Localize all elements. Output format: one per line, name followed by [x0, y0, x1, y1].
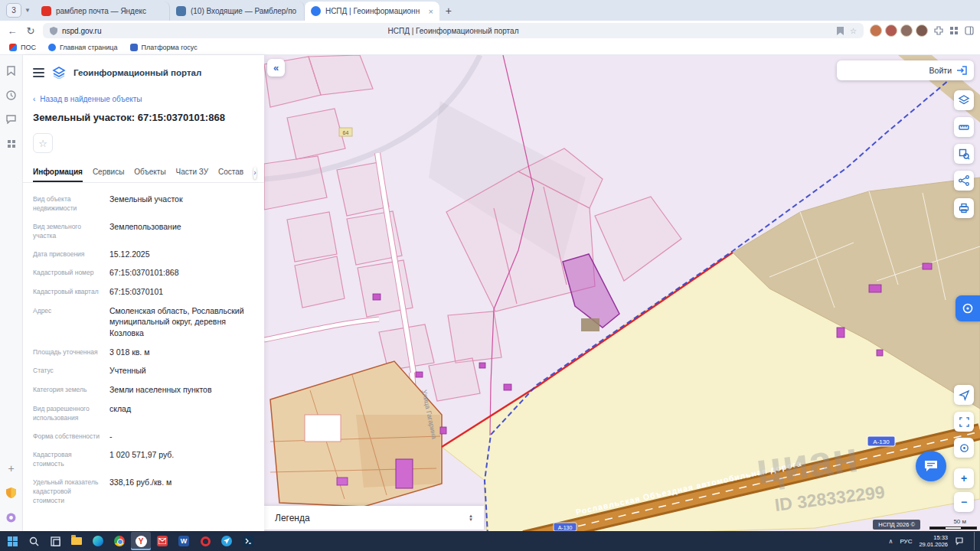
new-tab-button[interactable]: + [439, 2, 458, 20]
protect-shield-icon[interactable] [5, 487, 18, 499]
start-button[interactable] [2, 532, 22, 550]
field-label: Статус [33, 365, 102, 377]
tray-expand-icon[interactable]: ∧ [889, 538, 893, 545]
bookmark-flag-icon[interactable] [837, 27, 844, 35]
tabs-scroll-right-icon[interactable]: › [253, 167, 256, 179]
taskbar-clock[interactable]: 15:33 29.01.2026 [919, 534, 948, 549]
bookmark-home[interactable]: Главная страница [48, 44, 118, 51]
tab-services[interactable]: Сервисы [93, 163, 124, 182]
tab-list-chevron-icon[interactable]: ▼ [24, 7, 31, 14]
opera-browser-button[interactable] [195, 532, 215, 550]
building-magenta-large [396, 459, 413, 488]
sidebar-messenger-icon[interactable] [5, 113, 18, 126]
sidebar-toggle-icon[interactable] [965, 26, 974, 35]
word-app-button[interactable]: W [174, 532, 194, 550]
legend-expand-icon[interactable]: ▲ ▼ [469, 514, 473, 521]
back-to-results-link[interactable]: ‹ Назад в найденные объекты [23, 83, 264, 103]
sidebar-add-icon[interactable]: + [8, 462, 14, 474]
yandex-browser-icon: Y [136, 536, 147, 547]
avatar[interactable] [885, 24, 897, 37]
nspd-logo-icon [52, 67, 66, 79]
zoom-in-button[interactable]: + [954, 468, 974, 488]
locate-tool-button[interactable] [954, 385, 974, 405]
notification-center-icon[interactable] [955, 536, 964, 546]
legend-bar[interactable]: Легенда ▲ ▼ [264, 506, 484, 530]
field-value: Земли населенных пунктов [109, 384, 212, 396]
support-widget-tab[interactable] [956, 295, 980, 321]
browser-tab-active[interactable]: НСПД | Геоинформационн × [305, 2, 439, 21]
field-row: Форма собственности- [33, 431, 254, 442]
bookmarks-bar: ПОС Главная страница Платформа госус [0, 41, 980, 55]
sidebar-history-icon[interactable] [5, 89, 18, 101]
field-row: АдресСмоленская область, Рославльский му… [33, 305, 254, 339]
print-tool-button[interactable] [954, 198, 974, 218]
field-value: склад [109, 403, 131, 423]
portal-title: Геоинформационный портал [74, 68, 201, 77]
ruler-tool-button[interactable] [954, 117, 974, 137]
chrome-browser-button[interactable] [109, 532, 129, 550]
zoom-out-button[interactable]: − [954, 492, 974, 512]
bookmark-pos[interactable]: ПОС [9, 44, 36, 51]
field-row: Кадастровый номер67:15:0370101:868 [33, 267, 254, 279]
extensions-puzzle-icon[interactable] [934, 26, 943, 35]
collections-icon[interactable] [949, 26, 959, 35]
field-row: Вид земельного участкаЗемлепользование [33, 221, 254, 241]
bookmark-label: ПОС [21, 44, 36, 51]
chat-button[interactable] [916, 451, 946, 481]
bookmark-gosuslugi[interactable]: Платформа госус [130, 44, 198, 51]
layers-tool-button[interactable] [954, 90, 974, 110]
telegram-app-button[interactable] [217, 532, 237, 550]
parcel-title: Земельный участок: 67:15:0370101:868 [23, 103, 264, 123]
map-canvas[interactable]: Рославльская Объездная автомобильная дор… [264, 55, 980, 531]
language-indicator[interactable]: РУС [900, 538, 912, 545]
reload-icon[interactable]: ↻ [24, 25, 37, 37]
field-label: Адрес [33, 305, 102, 339]
field-value: Смоленская область, Рославльский муницип… [109, 305, 254, 339]
sidebar-services-icon[interactable] [5, 138, 18, 150]
favorite-button[interactable]: ☆ [33, 133, 53, 153]
terminal-icon [243, 536, 253, 546]
field-label: Форма собственности [33, 431, 102, 442]
file-explorer-button[interactable] [67, 532, 87, 550]
tab-parcel-parts[interactable]: Части ЗУ [176, 163, 208, 182]
svg-text:А-130: А-130 [558, 525, 573, 530]
back-chevron-icon: ‹ [33, 95, 35, 103]
map-attribution: НСПД 2026 © [873, 520, 920, 530]
sidebar-alice-icon[interactable] [5, 511, 18, 523]
tab-composition[interactable]: Состав [218, 163, 243, 182]
mail-app-button[interactable] [152, 532, 172, 550]
field-value: 1 020 571,97 руб. [109, 449, 174, 469]
tab-objects[interactable]: Объекты [134, 163, 165, 182]
browser-tab-2[interactable]: (10) Входящие — Рамблер/по [170, 2, 305, 21]
yandex-browser-button[interactable]: Y [131, 532, 151, 550]
favorite-star-icon[interactable]: ☆ [850, 27, 857, 35]
avatar[interactable] [870, 24, 882, 37]
avatar[interactable] [900, 24, 913, 37]
tab-information[interactable]: Информация [33, 163, 83, 182]
menu-hamburger-icon[interactable] [33, 68, 44, 77]
extent-tool-button[interactable] [954, 412, 974, 432]
terminal-app-button[interactable] [238, 532, 258, 550]
sidebar-bookmarks-icon[interactable] [5, 64, 18, 77]
edge-browser-button[interactable] [88, 532, 108, 550]
url-omnibox[interactable]: nspd.gov.ru НСПД | Геоинформационный пор… [43, 23, 864, 38]
login-bar[interactable]: Войти [837, 60, 974, 80]
map-viewport[interactable]: Рославльская Объездная автомобильная дор… [264, 55, 980, 531]
tab-label: (10) Входящие — Рамблер/по [191, 7, 298, 15]
field-label: Дата присвоения [33, 249, 102, 260]
show-desktop-button[interactable] [974, 532, 976, 550]
taskbar-search-button[interactable] [24, 532, 44, 550]
browser-tab-1[interactable]: рамблер почта — Яндекс [35, 2, 170, 21]
share-tool-button[interactable] [954, 171, 974, 191]
task-view-button[interactable] [45, 532, 65, 550]
share-icon [958, 174, 970, 187]
back-icon[interactable]: ← [6, 25, 18, 37]
avatar[interactable] [916, 24, 928, 37]
tab-label: НСПД | Геоинформационн [325, 7, 424, 15]
tab-close-icon[interactable]: × [428, 7, 433, 16]
telegram-icon [221, 536, 232, 546]
tab-counter-button[interactable]: 3 [6, 3, 21, 18]
panel-collapse-button[interactable]: « [267, 59, 285, 77]
target-tool-button[interactable] [954, 438, 974, 458]
area-zoom-tool-button[interactable] [954, 144, 974, 164]
